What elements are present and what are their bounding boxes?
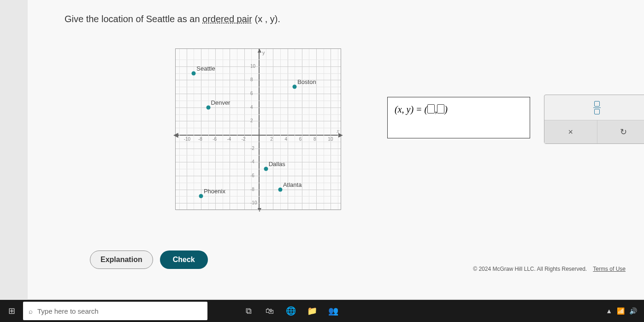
question-suffix: (x , y). xyxy=(252,14,280,24)
answer-input-box[interactable]: (x, y) = ( , ) xyxy=(387,97,530,138)
windows-icon: ⊞ xyxy=(8,306,15,316)
ordered-pair-link[interactable]: ordered pair xyxy=(202,14,252,24)
city-label-phoenix: Phoenix xyxy=(204,188,225,195)
tool-panel: × ↻ xyxy=(544,95,644,144)
action-buttons: Explanation Check xyxy=(90,250,208,269)
y-value-input[interactable] xyxy=(437,104,444,113)
y-tick-label: -8 xyxy=(250,187,254,192)
x-tick-label: -6 xyxy=(213,137,217,142)
city-label-dallas: Dallas xyxy=(269,161,285,167)
store-icon[interactable]: 🛍 xyxy=(261,302,278,320)
y-tick-label: 8 xyxy=(250,77,253,82)
start-button[interactable]: ⊞ xyxy=(0,300,23,322)
answer-prefix: (x, y) = ( xyxy=(395,104,427,115)
city-point-atlanta xyxy=(278,187,282,191)
question-text: Give the location of Seattle as an order… xyxy=(65,14,626,24)
y-tick-label: -4 xyxy=(250,159,254,164)
arrow-down-icon: ▼ xyxy=(256,206,263,213)
coordinate-grid: y x ▲ ▼ ◀ ▶ -10-8-6-4-2246810-10-8-6-4-2… xyxy=(175,48,341,210)
sound-icon[interactable]: 🔊 xyxy=(629,307,637,315)
terms-link[interactable]: Terms of Use xyxy=(593,266,626,272)
tray-icon[interactable]: ▲ xyxy=(606,307,612,315)
x-value-input[interactable] xyxy=(427,104,435,113)
x-tick-label: 6 xyxy=(299,137,302,142)
search-icon: ⌕ xyxy=(29,307,33,315)
city-label-denver: Denver xyxy=(211,99,230,106)
arrow-up-icon: ▲ xyxy=(256,47,263,54)
city-point-denver xyxy=(206,105,210,109)
copyright-text: © 2024 McGraw Hill LLC. All Rights Reser… xyxy=(473,266,587,272)
answer-suffix: ) xyxy=(444,104,448,115)
check-button[interactable]: Check xyxy=(160,250,208,269)
city-point-phoenix xyxy=(199,194,203,198)
fraction-tool-button[interactable] xyxy=(544,95,644,120)
copyright-footer: © 2024 McGraw Hill LLC. All Rights Reser… xyxy=(473,266,626,272)
y-tick-label: 10 xyxy=(250,64,255,69)
city-point-dallas xyxy=(264,167,268,171)
y-tick-label: 6 xyxy=(250,91,253,96)
question-prefix: Give the location of Seattle as an xyxy=(65,14,202,24)
system-tray: ▲ 📶 🔊 xyxy=(606,307,644,315)
task-view-button[interactable]: ⧉ xyxy=(240,302,257,320)
y-tick-label: -10 xyxy=(250,200,257,205)
search-placeholder: Type here to search xyxy=(37,307,99,315)
x-tick-label: -2 xyxy=(242,137,246,142)
content-area: Give the location of Seattle as an order… xyxy=(28,0,644,299)
city-label-atlanta: Atlanta xyxy=(283,181,301,188)
city-point-boston xyxy=(293,85,297,89)
clear-button[interactable]: × xyxy=(544,120,597,143)
x-tick-label: -10 xyxy=(184,137,190,142)
x-tick-label: -8 xyxy=(198,137,202,142)
fraction-icon xyxy=(593,101,601,114)
windows-taskbar: ⊞ ⌕ Type here to search ⧉ 🛍 🌐 📁 👥 ▲ 📶 🔊 xyxy=(0,300,644,322)
city-point-seattle xyxy=(192,71,196,75)
city-label-seattle: Seattle xyxy=(196,65,215,72)
reset-icon: ↻ xyxy=(620,127,627,137)
explanation-button[interactable]: Explanation xyxy=(90,250,153,269)
teams-icon[interactable]: 👥 xyxy=(325,302,342,320)
y-tick-label: 4 xyxy=(250,105,253,110)
arrow-right-icon: ▶ xyxy=(338,131,343,138)
arrow-left-icon: ◀ xyxy=(173,131,178,138)
explorer-icon[interactable]: 📁 xyxy=(303,302,321,320)
taskbar-search[interactable]: ⌕ Type here to search xyxy=(23,302,207,320)
x-icon: × xyxy=(568,127,573,137)
city-label-boston: Boston xyxy=(297,78,316,85)
x-tick-label: -4 xyxy=(227,137,231,142)
task-icons: ⧉ 🛍 🌐 📁 👥 xyxy=(240,302,342,320)
x-tick-label: 8 xyxy=(313,137,316,142)
x-tick-label: 2 xyxy=(270,137,273,142)
x-tick-label: 4 xyxy=(285,137,288,142)
wifi-icon[interactable]: 📶 xyxy=(617,307,625,315)
y-tick-label: 2 xyxy=(250,118,253,123)
reset-button[interactable]: ↻ xyxy=(597,120,644,143)
y-tick-label: -2 xyxy=(250,146,254,151)
edge-icon[interactable]: 🌐 xyxy=(282,302,300,320)
x-tick-label: 10 xyxy=(328,137,333,142)
y-tick-label: -6 xyxy=(250,173,254,178)
